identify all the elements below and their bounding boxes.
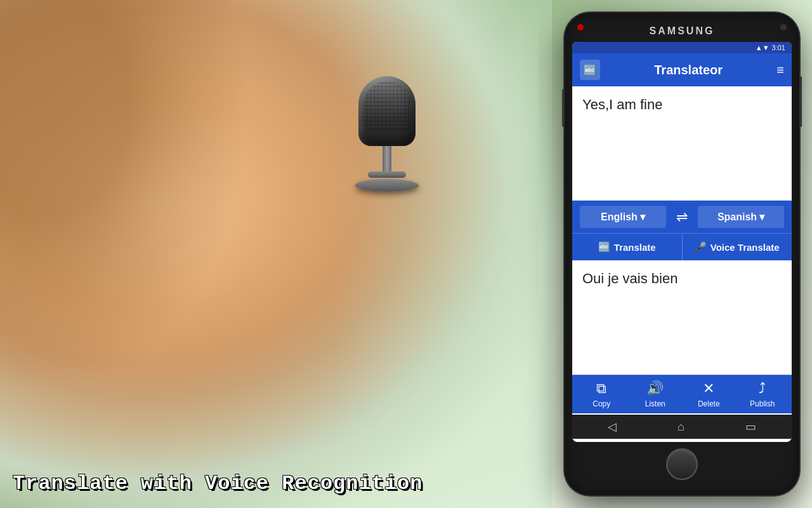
menu-button[interactable]: ≡ — [776, 63, 784, 77]
volume-button[interactable] — [562, 89, 565, 127]
listen-icon: 🔊 — [646, 380, 664, 397]
translate-button-icon: 🔤 — [598, 241, 610, 253]
app-header: 🔤 Translateor ≡ — [572, 53, 792, 86]
listen-button[interactable]: 🔊 Listen — [629, 380, 683, 408]
battery-time: 3:01 — [772, 44, 785, 51]
power-button[interactable] — [799, 76, 802, 127]
status-bar: ▲▼ 3:01 — [572, 42, 792, 53]
input-text: Yes,I am fine — [582, 97, 782, 113]
voice-translate-button[interactable]: 🎤 Voice Translate — [683, 234, 792, 260]
speaker-dot — [780, 24, 787, 30]
camera-dot — [577, 24, 584, 30]
delete-button[interactable]: ✕ Delete — [682, 380, 736, 408]
input-area[interactable]: Yes,I am fine — [572, 86, 792, 201]
home-button-physical[interactable] — [666, 448, 698, 480]
target-language-label: Spanish — [717, 211, 757, 223]
phone-top-bar: SAMSUNG — [572, 20, 792, 39]
phone-brand: SAMSUNG — [585, 25, 779, 37]
translate-button[interactable]: 🔤 Translate — [572, 234, 683, 260]
bottom-toolbar: ⧉ Copy 🔊 Listen ✕ Delete ⤴ Publish — [572, 375, 792, 413]
phone-screen: ▲▼ 3:01 🔤 Translateor ≡ Yes,I am fine En… — [572, 42, 792, 442]
copy-button[interactable]: ⧉ Copy — [575, 380, 629, 408]
page-title: Translate with Voice Recognition — [13, 472, 423, 495]
swap-languages-button[interactable]: ⇌ — [671, 206, 693, 228]
listen-label: Listen — [645, 399, 665, 408]
publish-label: Publish — [750, 399, 775, 408]
publish-button[interactable]: ⤴ Publish — [736, 380, 790, 408]
translate-button-label: Translate — [614, 242, 656, 253]
voice-translate-label: Voice Translate — [710, 242, 780, 253]
language-bar: English ▾ ⇌ Spanish ▾ — [572, 201, 792, 233]
voice-translate-icon: 🎤 — [695, 241, 707, 253]
nav-bar: ◁ ⌂ ▭ — [572, 415, 792, 439]
target-language-arrow: ▾ — [759, 211, 764, 223]
delete-icon: ✕ — [703, 380, 714, 397]
source-language-arrow: ▾ — [640, 211, 645, 223]
delete-label: Delete — [698, 399, 720, 408]
microphone — [355, 76, 419, 192]
app-icon: 🔤 — [580, 60, 600, 80]
source-language-label: English — [601, 211, 638, 223]
home-button-nav[interactable]: ⌂ — [678, 420, 684, 434]
source-language-button[interactable]: English ▾ — [580, 206, 666, 228]
target-language-button[interactable]: Spanish ▾ — [698, 206, 784, 228]
app-title: Translateor — [606, 63, 770, 77]
output-text: Oui je vais bien — [582, 271, 782, 287]
recents-button[interactable]: ▭ — [745, 420, 756, 434]
output-area[interactable]: Oui je vais bien — [572, 260, 792, 375]
back-button[interactable]: ◁ — [608, 420, 617, 434]
person-photo — [0, 0, 552, 508]
action-bar: 🔤 Translate 🎤 Voice Translate — [572, 233, 792, 260]
phone-frame: SAMSUNG ▲▼ 3:01 🔤 Translateor ≡ Yes,I am… — [565, 13, 799, 495]
copy-icon: ⧉ — [596, 380, 606, 397]
publish-icon: ⤴ — [759, 380, 766, 397]
phone-bottom — [572, 442, 792, 486]
copy-label: Copy — [593, 399, 610, 408]
translate-icon: 🔤 — [584, 64, 596, 76]
wifi-icon: ▲▼ — [756, 44, 769, 51]
